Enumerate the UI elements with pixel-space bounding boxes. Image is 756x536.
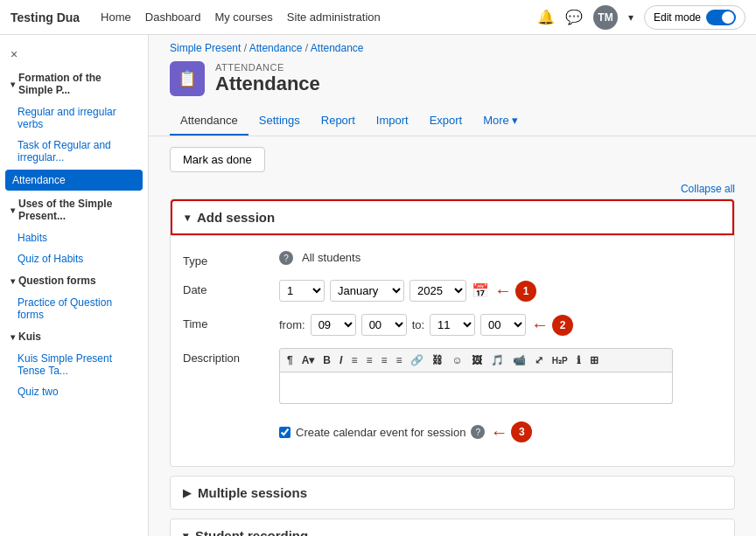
collapse-all-link[interactable]: Collapse all	[681, 183, 735, 195]
content-area: Mark as done Collapse all ▾ Add session …	[149, 147, 756, 536]
time-to-label: to:	[412, 318, 424, 331]
date-field: 1 January FebruaryMarchApril MayJuneJuly…	[279, 280, 536, 302]
time-to-m-select[interactable]: 00	[480, 314, 526, 336]
time-from-label: from:	[279, 318, 305, 331]
chat-icon[interactable]: 💬	[565, 9, 583, 25]
sidebar-item-task-regular[interactable]: Task of Regular and irregular...	[0, 135, 148, 168]
type-field: All students	[302, 251, 360, 264]
calendar-event-label[interactable]: Create calendar event for session	[296, 426, 466, 439]
sidebar-section-kuis[interactable]: ▾ Kuis	[0, 325, 148, 348]
sidebar-section-formation[interactable]: ▾ Formation of the Simple P...	[0, 66, 148, 101]
toolbar-video[interactable]: 📹	[509, 352, 529, 368]
avatar[interactable]: TM	[593, 5, 618, 30]
toolbar-indent[interactable]: ≡	[377, 352, 390, 368]
toolbar-fullscreen[interactable]: ⤢	[531, 352, 547, 368]
calendar-event-checkbox-row: Create calendar event for session ? ← 3	[279, 416, 532, 448]
date-day-select[interactable]: 1	[279, 280, 325, 302]
nav-mycourses[interactable]: My courses	[214, 10, 272, 24]
toolbar-image[interactable]: 🖼	[468, 352, 486, 368]
multiple-sessions-chevron: ▶	[183, 487, 191, 499]
toolbar-table[interactable]: ⊞	[586, 352, 602, 368]
edit-mode-toggle[interactable]	[706, 10, 736, 25]
chevron-down-icon-2: ▾	[10, 205, 15, 215]
toolbar-emoji[interactable]: ☺	[448, 352, 466, 368]
sidebar-item-quiz-two[interactable]: Quiz two	[0, 381, 148, 402]
toolbar-paragraph[interactable]: ¶	[284, 352, 297, 368]
type-value: All students	[302, 251, 360, 264]
nav-siteadmin[interactable]: Site administration	[287, 10, 381, 24]
sidebar-close[interactable]: ×	[0, 42, 148, 66]
sidebar-section-label-2: Uses of the Simple Present...	[18, 198, 137, 222]
description-input[interactable]	[279, 372, 673, 404]
sidebar-item-regular-verbs[interactable]: Regular and irregular verbs	[0, 101, 148, 135]
date-label: Date	[183, 280, 270, 296]
time-label: Time	[183, 314, 270, 331]
chevron-down-icon-3: ▾	[10, 276, 15, 286]
toolbar-ol[interactable]: ≡	[362, 352, 375, 368]
toolbar-h2p[interactable]: H₂P	[549, 354, 571, 367]
time-to-h-select[interactable]: 11	[430, 314, 475, 336]
nav-home[interactable]: Home	[101, 10, 131, 24]
bell-icon[interactable]: 🔔	[537, 9, 555, 25]
date-year-select[interactable]: 2025	[410, 280, 466, 302]
sidebar-section-question[interactable]: ▾ Question forms	[0, 269, 148, 292]
student-recording-section: ▾ Student recording Allow students to re…	[170, 519, 735, 536]
arrow-annotation-2: ← 2	[531, 315, 573, 336]
time-from-m-select[interactable]: 00	[361, 314, 407, 336]
sidebar-item-kuis-simple[interactable]: Kuis Simple Present Tense Ta...	[0, 348, 148, 381]
sidebar-item-practice-question[interactable]: Practice of Question forms	[0, 292, 148, 325]
tab-import[interactable]: Import	[366, 107, 419, 136]
mark-done-button[interactable]: Mark as done	[170, 147, 265, 172]
toolbar-audio[interactable]: 🎵	[487, 352, 508, 368]
multiple-sessions-header[interactable]: ▶ Multiple sessions	[171, 477, 734, 509]
time-from-h-select[interactable]: 09	[311, 314, 356, 336]
page-title: Attendance	[215, 73, 320, 95]
calendar-event-row: Create calendar event for session ? ← 3	[183, 410, 722, 454]
type-help-icon[interactable]: ?	[279, 251, 293, 265]
student-recording-title: Student recording	[195, 528, 308, 536]
calendar-icon[interactable]: 📅	[472, 282, 489, 299]
page-header-info: ATTENDANCE Attendance	[215, 62, 320, 95]
calendar-event-checkbox[interactable]	[279, 427, 290, 438]
toolbar-unlink[interactable]: ⛓	[429, 352, 446, 368]
sidebar-item-attendance[interactable]: Attendance	[5, 170, 143, 191]
sidebar-section-uses[interactable]: ▾ Uses of the Simple Present...	[0, 192, 148, 227]
nav-dashboard[interactable]: Dashboard	[145, 10, 201, 24]
toolbar-bold[interactable]: B	[319, 352, 334, 368]
breadcrumb-simple-present[interactable]: Simple Present	[170, 42, 241, 54]
layout: × ▾ Formation of the Simple P... Regular…	[0, 35, 756, 536]
edit-mode-label: Edit mode	[654, 11, 701, 24]
time-field: from: 09 00 to: 11	[279, 314, 573, 336]
tab-more[interactable]: More ▾	[472, 107, 528, 136]
sidebar-section-label-3: Question forms	[18, 275, 96, 287]
tab-report[interactable]: Report	[311, 107, 366, 136]
breadcrumb-attendance2[interactable]: Attendance	[311, 42, 364, 54]
add-session-header[interactable]: ▾ Add session	[171, 199, 734, 235]
time-row: Time from: 09 00 to: 11	[183, 308, 722, 342]
toolbar-link[interactable]: 🔗	[407, 352, 427, 368]
toolbar-font[interactable]: A▾	[298, 352, 318, 368]
description-toolbar: ¶ A▾ B I ≡ ≡ ≡ ≡ 🔗 ⛓ ☺	[279, 348, 673, 372]
sidebar-item-quiz-habits[interactable]: Quiz of Habits	[0, 248, 148, 269]
annotation-badge-3: 3	[511, 421, 532, 442]
toolbar-outdent[interactable]: ≡	[392, 352, 405, 368]
sidebar-item-habits[interactable]: Habits	[0, 227, 148, 248]
type-label: Type	[183, 251, 270, 268]
toolbar-italic[interactable]: I	[336, 352, 346, 368]
tab-settings[interactable]: Settings	[248, 107, 311, 136]
add-session-title: Add session	[197, 210, 275, 225]
chevron-down-icon: ▾	[10, 80, 15, 89]
toolbar-ul[interactable]: ≡	[347, 352, 360, 368]
edit-mode-button[interactable]: Edit mode	[644, 5, 746, 30]
user-menu-chevron[interactable]: ▾	[628, 11, 634, 24]
breadcrumb-attendance1[interactable]: Attendance	[249, 42, 303, 54]
tab-attendance[interactable]: Attendance	[170, 107, 248, 136]
tab-export[interactable]: Export	[419, 107, 473, 136]
add-session-chevron: ▾	[185, 212, 190, 224]
sidebar-section-label-4: Kuis	[18, 331, 41, 343]
collapse-all-row: Collapse all	[170, 183, 735, 198]
toolbar-info[interactable]: ℹ	[573, 352, 584, 368]
date-month-select[interactable]: January FebruaryMarchApril MayJuneJuly A…	[330, 280, 404, 302]
calendar-help-icon[interactable]: ?	[471, 425, 485, 439]
student-recording-header[interactable]: ▾ Student recording	[171, 519, 734, 536]
